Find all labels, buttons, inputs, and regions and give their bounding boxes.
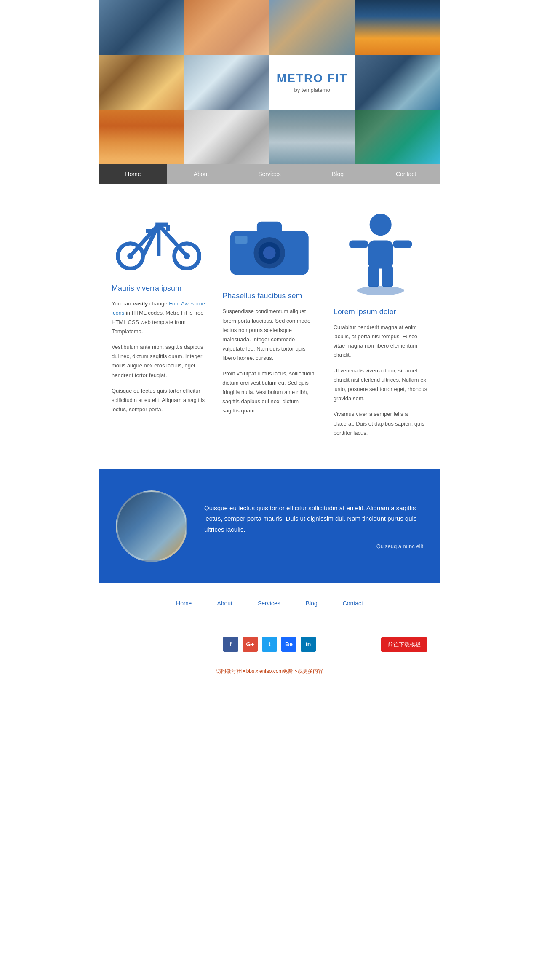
svg-rect-16 xyxy=(257,222,282,234)
site-title: METRO FIT xyxy=(277,72,348,85)
watermark-text: 访问微号社区bbs.xienlao.com免费下载更多内容 xyxy=(216,668,323,674)
svg-point-24 xyxy=(357,286,404,295)
nav-blog[interactable]: Blog xyxy=(304,164,372,184)
hero-cell-clouds xyxy=(99,110,184,164)
footer-nav-home[interactable]: Home xyxy=(176,600,192,607)
hero-cell-building xyxy=(184,110,270,164)
feature-person: Lorem ipsum dolor Curabitur hendrerit ma… xyxy=(334,209,427,444)
main-nav: Home About Services Blog Contact xyxy=(99,164,440,184)
nav-home[interactable]: Home xyxy=(99,164,167,184)
hero-cell-snow xyxy=(184,55,270,110)
watermark: 访问微号社区bbs.xienlao.com免费下载更多内容 xyxy=(99,664,440,678)
feature-bike-p3: Quisque eu lectus quis tortor efficitur … xyxy=(112,386,205,414)
feature-bike: Mauris viverra ipsum You can easily chan… xyxy=(112,209,205,444)
site-subtitle: by templatemo xyxy=(294,87,330,93)
banner-text: Quisque eu lectus quis tortor efficitur … xyxy=(204,503,423,535)
feature-camera-title: Phasellus faucibus sem xyxy=(222,292,316,300)
googleplus-button[interactable]: G+ xyxy=(243,637,258,652)
linkedin-button[interactable]: in xyxy=(301,637,316,652)
twitter-button[interactable]: t xyxy=(262,637,277,652)
footer-nav-about[interactable]: About xyxy=(217,600,232,607)
hero-cell-mountain xyxy=(270,0,355,55)
hero-cell-railway xyxy=(270,110,355,164)
hero-cell-balloon xyxy=(355,110,440,164)
hero-cell-sunset xyxy=(355,0,440,55)
feature-person-title: Lorem ipsum dolor xyxy=(334,308,427,316)
feature-person-p2: Ut venenatis viverra dolor, sit amet bla… xyxy=(334,366,427,403)
svg-rect-17 xyxy=(235,236,248,244)
banner-credit: Quiseuq a nunc elit xyxy=(204,543,423,549)
footer-nav-contact[interactable]: Contact xyxy=(343,600,363,607)
camera-icon xyxy=(222,209,316,283)
svg-point-18 xyxy=(369,214,391,236)
footer-nav-services[interactable]: Services xyxy=(258,600,280,607)
banner-circle-photo xyxy=(116,490,187,562)
feature-camera-p1: Suspendisse condimentum aliquet lorem po… xyxy=(222,307,316,363)
hero-title-cell: METRO FIT by templatemo xyxy=(270,55,355,110)
person-icon xyxy=(334,209,427,299)
social-bar: f G+ t Be in 前往下载模板 xyxy=(99,624,440,664)
features-section: Mauris viverra ipsum You can easily chan… xyxy=(99,184,440,469)
feature-bike-p1: You can easily change Font Awesome icons… xyxy=(112,299,205,336)
feature-person-p3: Vivamus viverra semper felis a placerat.… xyxy=(334,410,427,437)
svg-rect-19 xyxy=(368,240,393,268)
feature-bike-p2: Vestibulum ante nibh, sagittis dapibus d… xyxy=(112,343,205,380)
download-button[interactable]: 前往下载模板 xyxy=(381,637,427,652)
feature-person-p1: Curabitur hendrerit magna at enim iaculi… xyxy=(334,323,427,360)
feature-camera: Phasellus faucibus sem Suspendisse condi… xyxy=(222,209,316,444)
svg-point-15 xyxy=(263,246,276,259)
feature-camera-p2: Proin volutpat luctus lacus, sollicitudi… xyxy=(222,369,316,415)
footer-nav-blog[interactable]: Blog xyxy=(306,600,318,607)
banner-content: Quisque eu lectus quis tortor efficitur … xyxy=(204,503,423,550)
hero-cell-city xyxy=(355,55,440,110)
hero-cell-autumn xyxy=(184,0,270,55)
blue-banner: Quisque eu lectus quis tortor efficitur … xyxy=(99,469,440,583)
bike-icon xyxy=(112,209,205,276)
nav-contact[interactable]: Contact xyxy=(372,164,440,184)
facebook-button[interactable]: f xyxy=(223,637,238,652)
svg-rect-20 xyxy=(349,240,368,248)
svg-line-5 xyxy=(159,225,187,256)
hero-cell-bridge xyxy=(99,0,184,55)
nav-services[interactable]: Services xyxy=(235,164,304,184)
svg-rect-21 xyxy=(393,240,412,248)
hero-cell-desert xyxy=(99,55,184,110)
feature-bike-title: Mauris viverra ipsum xyxy=(112,284,205,293)
hero-grid: METRO FIT by templatemo xyxy=(99,0,440,164)
nav-about[interactable]: About xyxy=(167,164,235,184)
svg-rect-23 xyxy=(382,265,393,287)
footer-nav: Home About Services Blog Contact xyxy=(99,583,440,624)
behance-button[interactable]: Be xyxy=(281,637,296,652)
svg-rect-22 xyxy=(368,265,379,287)
